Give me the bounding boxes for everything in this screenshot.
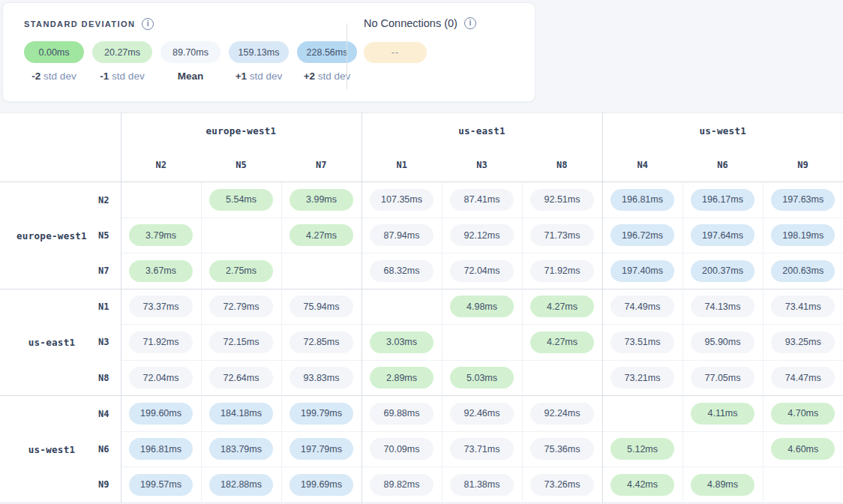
- latency-pill[interactable]: 184.18ms: [209, 403, 273, 424]
- matrix-cell: 197.63ms: [763, 182, 843, 218]
- latency-pill[interactable]: 72.04ms: [129, 367, 193, 388]
- latency-pill[interactable]: 199.79ms: [290, 403, 353, 424]
- latency-pill[interactable]: 4.89ms: [691, 474, 754, 496]
- latency-pill[interactable]: 2.75ms: [209, 260, 273, 282]
- legend-stop-label: +1 std dev: [236, 70, 283, 82]
- latency-pill[interactable]: 93.83ms: [290, 367, 353, 388]
- latency-pill[interactable]: 71.73ms: [530, 224, 594, 246]
- latency-pill[interactable]: 4.27ms: [530, 296, 594, 317]
- latency-pill[interactable]: 72.79ms: [209, 296, 273, 317]
- row-header: N8: [0, 360, 121, 396]
- std-dev-section: STANDARD DEVIATION i 0.00ms-2 std dev20.…: [3, 3, 346, 101]
- matrix-cell: 4.60ms: [763, 431, 843, 467]
- column-node-header: N6: [682, 148, 763, 182]
- matrix-cell: 4.98ms: [442, 289, 522, 325]
- matrix-cell: 200.37ms: [682, 254, 763, 290]
- latency-pill[interactable]: 93.25ms: [771, 332, 835, 353]
- latency-pill[interactable]: 73.51ms: [610, 332, 674, 353]
- latency-pill[interactable]: 107.35ms: [370, 189, 434, 211]
- latency-pill[interactable]: 183.79ms: [209, 438, 273, 460]
- latency-pill[interactable]: 73.21ms: [610, 367, 674, 388]
- latency-pill[interactable]: 95.90ms: [691, 332, 754, 353]
- latency-pill[interactable]: 196.81ms: [129, 438, 193, 460]
- latency-pill[interactable]: 2.89ms: [370, 367, 434, 388]
- matrix-cell: 74.13ms: [682, 289, 763, 325]
- latency-pill[interactable]: 74.13ms: [691, 296, 754, 317]
- latency-pill[interactable]: 4.27ms: [530, 332, 594, 353]
- no-connections-title: No Connections (0): [364, 17, 458, 29]
- matrix-cell: 71.92ms: [121, 325, 201, 361]
- row-header: N9: [0, 467, 121, 503]
- latency-pill[interactable]: 81.38ms: [450, 474, 514, 496]
- latency-pill[interactable]: 198.19ms: [771, 224, 835, 246]
- info-icon[interactable]: i: [464, 17, 476, 29]
- latency-pill[interactable]: 71.92ms: [530, 260, 594, 282]
- legend-stop: 159.13ms+1 std dev: [229, 41, 289, 82]
- row-header: europe-west1N5: [0, 218, 121, 254]
- latency-pill[interactable]: 200.37ms: [691, 260, 754, 282]
- latency-pill[interactable]: 74.47ms: [771, 367, 835, 388]
- latency-pill[interactable]: 72.04ms: [450, 260, 514, 282]
- latency-pill[interactable]: 69.88ms: [370, 403, 434, 424]
- latency-pill[interactable]: 4.42ms: [610, 474, 674, 496]
- latency-pill[interactable]: 87.94ms: [370, 224, 434, 246]
- latency-pill[interactable]: 74.49ms: [610, 296, 674, 317]
- latency-pill[interactable]: 68.32ms: [370, 260, 434, 282]
- latency-pill[interactable]: 3.79ms: [129, 224, 193, 246]
- latency-pill[interactable]: 73.71ms: [450, 438, 514, 460]
- latency-pill[interactable]: 3.67ms: [129, 260, 193, 282]
- latency-pill[interactable]: 72.85ms: [290, 332, 353, 353]
- latency-pill[interactable]: 197.64ms: [691, 224, 754, 246]
- latency-pill[interactable]: 197.63ms: [771, 189, 835, 211]
- latency-pill[interactable]: 197.40ms: [610, 260, 674, 282]
- matrix-cell: 184.18ms: [201, 396, 281, 432]
- latency-pill[interactable]: 196.81ms: [610, 189, 674, 211]
- latency-pill[interactable]: 72.15ms: [209, 332, 273, 353]
- latency-pill[interactable]: 75.36ms: [530, 438, 594, 460]
- latency-pill[interactable]: 4.70ms: [771, 403, 835, 424]
- latency-pill[interactable]: 4.98ms: [450, 296, 514, 317]
- latency-pill[interactable]: 72.64ms: [209, 367, 273, 388]
- latency-pill[interactable]: 73.41ms: [771, 296, 835, 317]
- latency-pill[interactable]: 89.82ms: [370, 474, 434, 496]
- latency-pill[interactable]: 196.72ms: [610, 224, 674, 246]
- latency-pill[interactable]: 4.60ms: [771, 438, 835, 460]
- legend-stop-label: -1 std dev: [100, 70, 144, 82]
- latency-pill[interactable]: 71.92ms: [129, 332, 193, 353]
- latency-pill[interactable]: 70.09ms: [370, 438, 434, 460]
- row-group-label: us-east1: [0, 337, 104, 348]
- latency-pill[interactable]: 199.60ms: [129, 403, 193, 424]
- latency-pill[interactable]: 200.63ms: [771, 260, 835, 282]
- matrix-cell: 2.89ms: [362, 360, 442, 396]
- matrix-cell: 198.19ms: [763, 218, 843, 254]
- info-icon[interactable]: i: [142, 18, 154, 30]
- latency-pill[interactable]: 73.26ms: [530, 474, 594, 496]
- row-group-label: us-west1: [0, 443, 104, 454]
- matrix-cell: 4.27ms: [522, 289, 602, 325]
- latency-pill[interactable]: 92.24ms: [530, 403, 594, 424]
- latency-pill[interactable]: 92.51ms: [530, 189, 594, 211]
- matrix-cell: 95.90ms: [682, 325, 763, 361]
- latency-pill[interactable]: 5.12ms: [610, 438, 674, 460]
- stop-label-bold: +2: [304, 70, 315, 82]
- latency-pill[interactable]: 199.69ms: [290, 474, 353, 496]
- latency-pill[interactable]: 3.99ms: [290, 189, 353, 211]
- latency-pill[interactable]: 92.46ms: [450, 403, 514, 424]
- latency-pill[interactable]: 4.27ms: [290, 224, 353, 246]
- latency-pill[interactable]: 3.03ms: [370, 332, 434, 353]
- latency-pill[interactable]: 75.94ms: [290, 296, 353, 317]
- latency-pill[interactable]: 196.17ms: [691, 189, 754, 211]
- latency-pill[interactable]: 5.03ms: [450, 367, 514, 388]
- latency-pill[interactable]: 77.05ms: [691, 367, 754, 388]
- latency-pill[interactable]: 197.79ms: [290, 438, 353, 460]
- latency-pill[interactable]: 4.11ms: [691, 403, 754, 424]
- latency-pill[interactable]: 182.88ms: [209, 474, 273, 496]
- latency-pill[interactable]: 73.37ms: [129, 296, 193, 317]
- latency-pill[interactable]: 199.57ms: [129, 474, 193, 496]
- latency-pill[interactable]: 92.12ms: [450, 224, 514, 246]
- matrix-cell: 87.41ms: [442, 182, 522, 218]
- latency-pill[interactable]: 87.41ms: [450, 189, 514, 211]
- matrix-cell: 107.35ms: [362, 182, 442, 218]
- row-header: N1: [0, 289, 121, 325]
- latency-pill[interactable]: 5.54ms: [209, 189, 273, 211]
